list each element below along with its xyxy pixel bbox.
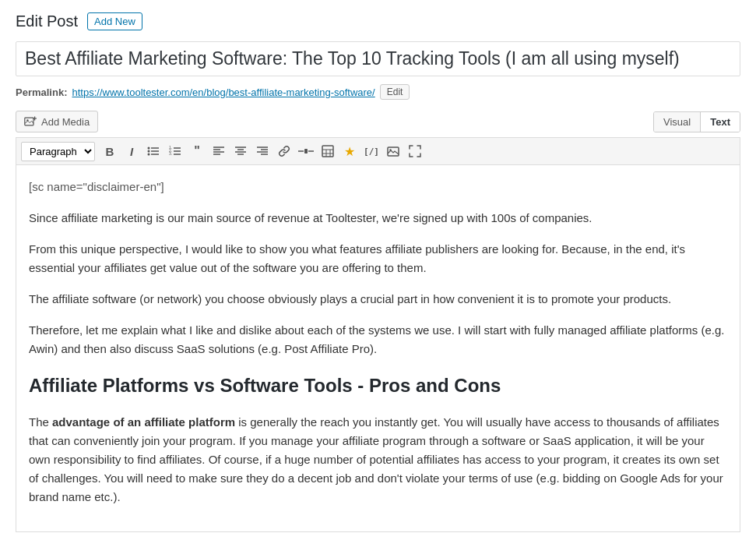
post-title-input[interactable]	[16, 41, 740, 76]
unordered-list-icon	[147, 145, 160, 157]
fullscreen-icon	[409, 145, 421, 157]
permalink-base: https://www.tooltester.com/en/blog/	[72, 86, 228, 98]
fullscreen-button[interactable]	[405, 141, 425, 161]
italic-button[interactable]: I	[121, 141, 142, 161]
shortcode-line: [sc name="disclaimer-en"]	[29, 178, 727, 196]
editor-paragraph-1: Since affiliate marketing is our main so…	[29, 209, 727, 228]
add-media-button[interactable]: Add Media	[16, 111, 98, 132]
media-upload-button[interactable]	[383, 141, 403, 161]
table-button[interactable]	[318, 141, 338, 161]
editor-toolbar: Paragraph B I 1.2.3. " ★ [/]	[16, 137, 740, 164]
add-media-icon	[24, 115, 37, 128]
editor-content[interactable]: [sc name="disclaimer-en"] Since affiliat…	[16, 164, 740, 532]
unordered-list-button[interactable]	[143, 141, 164, 161]
tab-visual[interactable]: Visual	[654, 112, 701, 132]
paragraph-5-bold: advantage of an affiliate platform	[52, 415, 235, 429]
editor-paragraph-2: From this unique perspective, I would li…	[29, 240, 727, 277]
svg-point-37	[389, 149, 391, 150]
add-new-button[interactable]: Add New	[87, 12, 142, 30]
svg-point-8	[148, 154, 150, 156]
svg-text:3.: 3.	[169, 151, 172, 156]
paragraph-select[interactable]: Paragraph	[21, 142, 95, 161]
visual-text-tabs: Visual Text	[653, 111, 740, 132]
align-left-button[interactable]	[209, 141, 229, 161]
toolbar-top: Add Media Visual Text	[16, 111, 740, 132]
permalink-row: Permalink: https://www.tooltester.com/en…	[16, 84, 740, 100]
media-upload-icon	[387, 145, 399, 157]
svg-point-4	[148, 147, 150, 150]
permalink-link[interactable]: https://www.tooltester.com/en/blog/best-…	[72, 86, 374, 98]
svg-rect-31	[322, 146, 333, 157]
permalink-slug: best-affiliate-marketing-software/	[228, 86, 374, 98]
editor-paragraph-4: Therefore, let me explain what I like an…	[29, 321, 727, 358]
align-left-icon	[213, 145, 225, 157]
tab-text[interactable]: Text	[701, 112, 740, 132]
table-icon	[322, 145, 334, 157]
ordered-list-icon: 1.2.3.	[169, 145, 181, 157]
edit-permalink-button[interactable]: Edit	[380, 84, 410, 100]
align-right-button[interactable]	[252, 141, 273, 161]
insert-more-icon	[297, 145, 315, 157]
align-right-icon	[256, 145, 269, 157]
editor-heading: Affiliate Platforms vs Software Tools - …	[29, 371, 727, 401]
editor-paragraph-3: The affiliate software (or network) you …	[29, 290, 727, 309]
align-center-button[interactable]	[230, 141, 251, 161]
align-center-icon	[234, 145, 247, 157]
insert-more-button[interactable]	[296, 141, 316, 161]
svg-point-6	[148, 150, 150, 153]
star-button[interactable]: ★	[339, 141, 360, 161]
link-icon	[278, 145, 290, 157]
add-media-label: Add Media	[41, 116, 90, 128]
editor-paragraph-5: The advantage of an affiliate platform i…	[29, 413, 727, 507]
page-title: Edit Post	[16, 12, 78, 30]
blockquote-button[interactable]: "	[187, 141, 207, 161]
paragraph-5-start: The	[29, 415, 52, 429]
code-brackets-button[interactable]: [/]	[361, 141, 382, 161]
bold-button[interactable]: B	[100, 141, 120, 161]
ordered-list-button[interactable]: 1.2.3.	[165, 141, 185, 161]
link-button[interactable]	[274, 141, 294, 161]
edit-post-header: Edit Post Add New	[16, 12, 740, 30]
permalink-label: Permalink:	[16, 86, 67, 98]
svg-rect-30	[304, 149, 308, 154]
